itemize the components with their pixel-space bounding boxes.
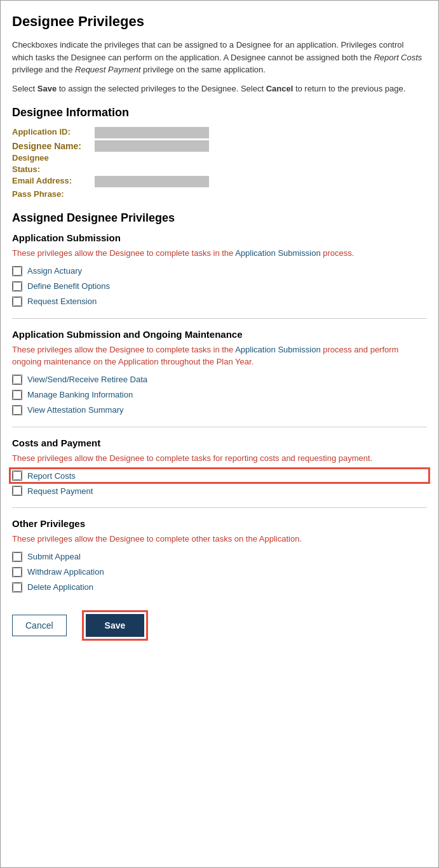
value-application-id-redacted	[95, 127, 209, 138]
designee-info-section: Application ID: Designee Name: Designee …	[12, 127, 427, 199]
privilege-item-view-attestation: View Attestation Summary	[12, 405, 427, 415]
cancel-button[interactable]: Cancel	[12, 615, 67, 636]
checkbox-wrapper-assign-actuary[interactable]	[12, 266, 22, 276]
label-view-attestation[interactable]: View Attestation Summary	[27, 405, 124, 415]
section-ongoing-maintenance: Application Submission and Ongoing Maint…	[12, 329, 427, 415]
divider-3	[12, 507, 427, 508]
privilege-item-view-send-receive: View/Send/Receive Retiree Data	[12, 375, 427, 385]
checkbox-request-extension[interactable]	[13, 297, 22, 306]
checkbox-wrapper-define-benefit[interactable]	[12, 281, 22, 291]
save-button[interactable]: Save	[86, 614, 145, 637]
label-report-costs[interactable]: Report Costs	[27, 471, 76, 481]
subsection-title-ongoing-maintenance: Application Submission and Ongoing Maint…	[12, 329, 427, 340]
label-application-id: Application ID:	[12, 127, 95, 137]
checkbox-wrapper-manage-banking[interactable]	[12, 390, 22, 400]
checkbox-delete-application[interactable]	[13, 583, 22, 592]
value-email-redacted	[95, 176, 209, 187]
checkbox-wrapper-request-extension[interactable]	[12, 297, 22, 307]
checkbox-wrapper-report-costs[interactable]	[12, 471, 22, 481]
subsection-title-application-submission: Application Submission	[12, 232, 427, 243]
page-title: Designee Privileges	[12, 13, 427, 30]
label-email: Email Address:	[12, 176, 95, 185]
checkbox-report-costs[interactable]	[13, 471, 22, 480]
label-withdraw-application[interactable]: Withdraw Application	[27, 567, 104, 577]
label-passphrase: Pass Phrase:	[12, 189, 95, 199]
checkbox-assign-actuary[interactable]	[13, 267, 22, 276]
intro-description: Checkboxes indicate the privileges that …	[12, 39, 427, 76]
label-view-send-receive[interactable]: View/Send/Receive Retiree Data	[27, 375, 147, 384]
checkbox-wrapper-delete-application[interactable]	[12, 582, 22, 592]
checkbox-manage-banking[interactable]	[13, 391, 22, 399]
save-cancel-instruction: Select Save to assign the selected privi…	[12, 83, 427, 95]
privilege-item-assign-actuary: Assign Actuary	[12, 266, 427, 276]
label-assign-actuary[interactable]: Assign Actuary	[27, 266, 82, 276]
privilege-item-delete-application: Delete Application	[12, 582, 427, 592]
privilege-item-withdraw-application: Withdraw Application	[12, 567, 427, 577]
privilege-item-submit-appeal: Submit Appeal	[12, 552, 427, 562]
label-manage-banking[interactable]: Manage Banking Information	[27, 390, 133, 399]
subsection-desc-application-submission: These privileges allow the Designee to c…	[12, 247, 427, 260]
label-request-payment[interactable]: Request Payment	[27, 486, 93, 496]
subsection-desc-other-privileges: These privileges allow the Designee to c…	[12, 533, 427, 545]
checkbox-wrapper-view-send-receive[interactable]	[12, 375, 22, 385]
divider-1	[12, 318, 427, 319]
privilege-item-report-costs: Report Costs	[12, 471, 427, 481]
checkbox-wrapper-request-payment[interactable]	[12, 486, 22, 496]
label-submit-appeal[interactable]: Submit Appeal	[27, 552, 81, 561]
info-row-status: Status:	[12, 164, 427, 174]
section-application-submission: Application Submission These privileges …	[12, 232, 427, 307]
subsection-desc-costs-payment: These privileges allow the Designee to c…	[12, 452, 427, 465]
checkbox-wrapper-submit-appeal[interactable]	[12, 552, 22, 562]
subsection-title-costs-payment: Costs and Payment	[12, 437, 427, 448]
subsection-desc-ongoing-maintenance: These privileges allow the Designee to c…	[12, 344, 427, 368]
checkbox-view-send-receive[interactable]	[13, 375, 22, 384]
checkbox-wrapper-withdraw-application[interactable]	[12, 567, 22, 577]
checkbox-withdraw-application[interactable]	[13, 568, 22, 577]
section-costs-payment: Costs and Payment These privileges allow…	[12, 437, 427, 497]
privilege-item-manage-banking: Manage Banking Information	[12, 390, 427, 400]
label-designee-name: Designee Name:	[12, 141, 95, 151]
label-define-benefit-options[interactable]: Define Benefit Options	[27, 281, 110, 291]
divider-2	[12, 427, 427, 427]
info-row-passphrase: Pass Phrase:	[12, 189, 427, 199]
label-request-extension[interactable]: Request Extension	[27, 297, 97, 306]
checkbox-submit-appeal[interactable]	[13, 552, 22, 561]
designee-info-title: Designee Information	[12, 106, 427, 119]
section-other-privileges: Other Privileges These privileges allow …	[12, 518, 427, 592]
info-row-designee: Designee	[12, 153, 427, 163]
label-status: Status:	[12, 164, 95, 174]
info-row-appid: Application ID:	[12, 127, 427, 138]
checkbox-define-benefit-options[interactable]	[13, 282, 22, 291]
label-designee: Designee	[12, 153, 95, 163]
info-row-email: Email Address:	[12, 176, 427, 187]
label-delete-application[interactable]: Delete Application	[27, 582, 93, 592]
privilege-item-request-extension: Request Extension	[12, 297, 427, 307]
checkbox-request-payment[interactable]	[13, 486, 22, 495]
page-actions: Cancel Save	[12, 608, 427, 637]
info-row-designee-name: Designee Name:	[12, 140, 427, 152]
checkbox-wrapper-view-attestation[interactable]	[12, 405, 22, 415]
privilege-item-request-payment: Request Payment	[12, 486, 427, 496]
subsection-title-other-privileges: Other Privileges	[12, 518, 427, 529]
value-designee-name-redacted	[95, 140, 209, 152]
page-container: Designee Privileges Checkboxes indicate …	[0, 0, 439, 868]
checkbox-view-attestation[interactable]	[13, 406, 22, 415]
assigned-privileges-title: Assigned Designee Privileges	[12, 211, 427, 225]
privilege-item-define-benefit: Define Benefit Options	[12, 281, 427, 291]
